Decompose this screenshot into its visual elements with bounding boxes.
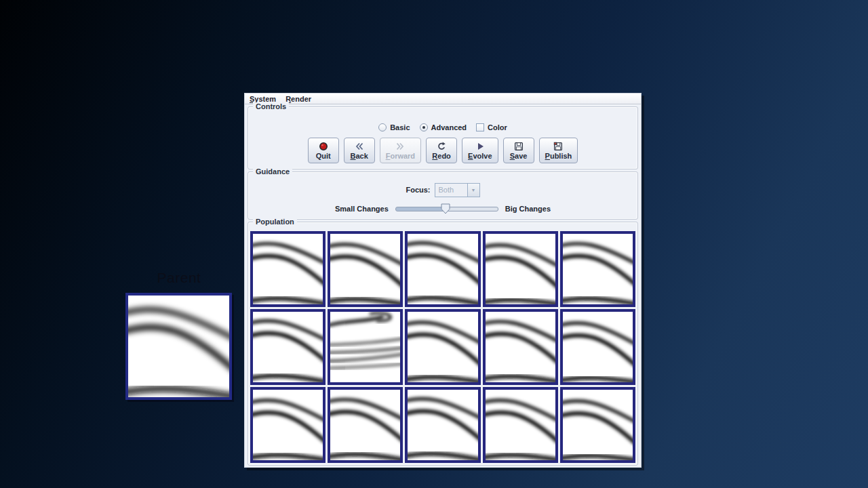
- population-cell-8[interactable]: [405, 309, 480, 385]
- pattern-image: [253, 390, 323, 460]
- population-cell-4[interactable]: [483, 231, 558, 307]
- guidance-title: Guidance: [253, 167, 292, 176]
- focus-value: Both: [435, 186, 467, 194]
- focus-row: Focus: Both ▼: [248, 182, 637, 197]
- radio-icon[interactable]: [378, 123, 387, 131]
- publish-button[interactable]: Publish: [539, 138, 578, 163]
- parent-image: [125, 293, 232, 400]
- button-label: Redo: [432, 152, 451, 160]
- pattern-image: [486, 234, 555, 304]
- back-icon: [355, 142, 364, 151]
- population-cell-5[interactable]: [560, 231, 635, 307]
- pattern-image: [408, 234, 477, 304]
- population-cell-15[interactable]: [560, 387, 635, 463]
- option-label: Advanced: [431, 123, 467, 131]
- guidance-panel: Guidance Focus: Both ▼ Small Changes Big…: [248, 171, 638, 220]
- pattern-image: [408, 312, 477, 382]
- population-cell-11[interactable]: [250, 387, 326, 463]
- pattern-image: [253, 234, 323, 304]
- population-cell-7[interactable]: [328, 309, 403, 385]
- population-cell-12[interactable]: [328, 387, 403, 463]
- back-button[interactable]: Back: [344, 138, 375, 163]
- population-title: Population: [253, 218, 297, 226]
- population-cell-13[interactable]: [405, 387, 480, 463]
- pattern-image: [330, 390, 400, 460]
- population-cell-1[interactable]: [250, 231, 326, 307]
- forward-button[interactable]: Forward: [380, 138, 421, 163]
- pattern-image: [486, 390, 555, 460]
- pattern-image: [486, 312, 555, 382]
- button-label: Evolve: [468, 152, 492, 160]
- slider-right-label: Big Changes: [505, 205, 551, 213]
- parent-label: Parent: [126, 270, 232, 286]
- stop-icon: [319, 142, 328, 151]
- chevron-down-icon[interactable]: ▼: [467, 184, 479, 197]
- save-button[interactable]: Save: [503, 138, 534, 163]
- play-icon: [475, 142, 485, 151]
- option-label: Color: [488, 123, 507, 131]
- redo-button[interactable]: Redo: [426, 138, 457, 163]
- button-label: Quit: [316, 152, 331, 160]
- pattern-image: [128, 296, 229, 397]
- mutation-slider-row: Small Changes Big Changes: [248, 203, 637, 215]
- controls-panel: Controls BasicAdvancedColor QuitBackForw…: [248, 106, 638, 169]
- population-cell-14[interactable]: [483, 387, 558, 463]
- pattern-image: [563, 312, 633, 382]
- radio-icon[interactable]: [420, 123, 428, 131]
- button-label: Forward: [386, 152, 415, 160]
- change-size-slider[interactable]: [395, 203, 498, 214]
- pattern-image: [330, 234, 400, 304]
- option-label: Basic: [390, 123, 410, 131]
- population-cell-3[interactable]: [405, 231, 480, 307]
- evolve-button[interactable]: Evolve: [462, 138, 498, 163]
- pattern-image: [330, 312, 400, 382]
- population-cell-10[interactable]: [560, 309, 635, 385]
- mode-options-row: BasicAdvancedColor: [248, 122, 637, 133]
- save-icon: [514, 142, 524, 151]
- population-cell-6[interactable]: [250, 309, 326, 385]
- controls-title: Controls: [253, 102, 289, 111]
- checkbox-icon[interactable]: [476, 123, 484, 131]
- forward-icon: [395, 142, 405, 151]
- app-window: SystemRender Controls BasicAdvancedColor…: [244, 93, 642, 468]
- toolbar: QuitBackForwardRedoEvolveSavePublish: [248, 137, 637, 164]
- population-cell-2[interactable]: [328, 231, 403, 307]
- button-label: Publish: [545, 152, 572, 160]
- pattern-image: [563, 234, 633, 304]
- button-label: Save: [510, 152, 528, 160]
- focus-label: Focus:: [406, 186, 430, 194]
- pattern-image: [408, 390, 477, 460]
- pattern-image: [253, 312, 323, 382]
- menu-item-render[interactable]: Render: [285, 95, 311, 103]
- focus-select[interactable]: Both ▼: [435, 183, 480, 197]
- publish-icon: [553, 142, 563, 151]
- slider-left-label: Small Changes: [335, 205, 389, 213]
- menu-item-system[interactable]: System: [250, 95, 276, 103]
- population-panel: Population: [248, 222, 638, 466]
- redo-icon: [437, 142, 446, 151]
- population-grid: [250, 231, 635, 463]
- menu-bar: SystemRender: [245, 94, 641, 104]
- quit-button[interactable]: Quit: [308, 138, 339, 163]
- radio-advanced[interactable]: Advanced: [420, 123, 467, 131]
- button-label: Back: [351, 152, 368, 160]
- slider-thumb[interactable]: [441, 203, 450, 214]
- radio-basic[interactable]: Basic: [378, 123, 410, 131]
- population-cell-9[interactable]: [483, 309, 558, 385]
- checkbox-color[interactable]: Color: [476, 123, 507, 131]
- pattern-image: [563, 390, 633, 460]
